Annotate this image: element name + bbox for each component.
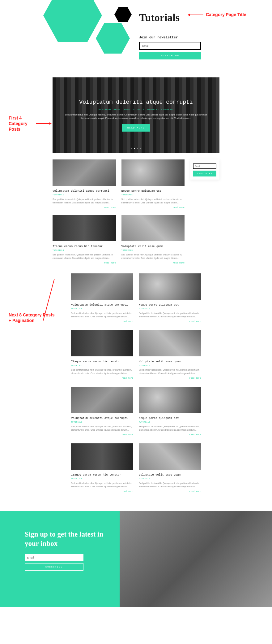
hero-excerpt: Sed porttitor lectus nibh. Quisque velit… — [65, 113, 207, 120]
hero-meta: BY ELEGANT THEMES | AUGUST 6, 2021 | TUT… — [65, 108, 207, 111]
post-title[interactable]: Neque porro quisquam est — [121, 189, 185, 193]
post-image[interactable] — [71, 330, 133, 356]
post-excerpt: Sed porttitor lectus nibh. Quisque velit… — [71, 482, 133, 488]
post-excerpt: Sed porttitor lectus nibh. Quisque velit… — [53, 253, 116, 260]
signup-section: Sign up to get the latest in your inbox … — [0, 511, 272, 607]
post-card: Itaque earum rerum hic tenetur TUTORIALS… — [53, 215, 116, 264]
newsletter-top: Join our newsletter SUBSCRIBE — [139, 36, 201, 59]
post-image[interactable] — [71, 443, 133, 470]
post-title[interactable]: Neque porro quisquam est — [139, 303, 201, 307]
post-excerpt: Sed porttitor lectus nibh. Quisque velit… — [139, 482, 201, 488]
post-title[interactable]: Itaque earum rerum hic tenetur — [53, 245, 116, 248]
post-card: Voluptatum deleniti atque corrupti TUTOR… — [71, 387, 133, 436]
annotation-first4: First 4 Category Posts — [9, 115, 54, 132]
post-title[interactable]: Voluptate velit esse quam — [139, 473, 201, 476]
post-card: Neque porro quisquam est TUTORIALS Sed p… — [121, 159, 185, 209]
post-category[interactable]: TUTORIALS — [71, 308, 133, 310]
hexagon-decoration — [43, 0, 102, 42]
read-more-link[interactable]: read more — [71, 377, 133, 379]
post-excerpt: Sed porttitor lectus nibh. Quisque velit… — [71, 368, 133, 375]
hero-title: Voluptatum deleniti atque corrupti — [65, 99, 207, 105]
post-image[interactable] — [139, 443, 201, 470]
post-category[interactable]: TUTORIALS — [71, 364, 133, 367]
annotation-next8: Next 8 Category Posts + Pagination — [9, 312, 55, 323]
post-card: Voluptate velit esse quam TUTORIALS Sed … — [139, 330, 201, 379]
subscribe-button[interactable]: SUBSCRIBE — [25, 563, 83, 571]
subscribe-button[interactable]: SUBSCRIBE — [193, 171, 216, 176]
post-image[interactable] — [121, 159, 185, 186]
post-title[interactable]: Itaque earum rerum hic tenetur — [71, 473, 133, 476]
post-category[interactable]: TUTORIALS — [139, 364, 201, 367]
post-image[interactable] — [139, 330, 201, 356]
post-image[interactable] — [53, 159, 116, 186]
read-more-link[interactable]: read more — [71, 433, 133, 436]
read-more-link[interactable]: read more — [139, 377, 201, 379]
hero-slider: Voluptatum deleniti atque corrupti BY EL… — [53, 77, 219, 153]
post-category[interactable]: TUTORIALS — [121, 249, 185, 251]
email-input[interactable] — [193, 163, 216, 169]
post-title[interactable]: Voluptatum deleniti atque corrupti — [53, 189, 116, 193]
post-title[interactable]: Neque porro quisquam est — [139, 417, 201, 420]
post-category[interactable]: TUTORIALS — [121, 194, 185, 196]
post-card: Neque porro quisquam est TUTORIALS Sed p… — [139, 387, 201, 436]
post-card: Itaque earum rerum hic tenetur TUTORIALS… — [71, 443, 133, 493]
post-excerpt: Sed porttitor lectus nibh. Quisque velit… — [71, 312, 133, 318]
post-image[interactable] — [139, 273, 201, 300]
post-title[interactable]: Voluptatum deleniti atque corrupti — [71, 417, 133, 420]
post-category[interactable]: TUTORIALS — [139, 308, 201, 310]
subscribe-button[interactable]: SUBSCRIBE — [139, 52, 201, 59]
email-input[interactable] — [139, 42, 201, 50]
post-card: Neque porro quisquam est TUTORIALS Sed p… — [139, 273, 201, 323]
slider-dots[interactable] — [53, 145, 219, 150]
post-category[interactable]: TUTORIALS — [71, 421, 133, 423]
newsletter-label: Join our newsletter — [139, 36, 201, 39]
svg-marker-2 — [96, 23, 130, 54]
read-more-link[interactable]: read more — [139, 433, 201, 436]
sidebar-subscribe: SUBSCRIBE — [190, 159, 219, 180]
post-image[interactable] — [71, 273, 133, 300]
post-title[interactable]: Itaque earum rerum hic tenetur — [71, 360, 133, 363]
read-more-link[interactable]: read more — [121, 206, 185, 209]
email-input[interactable] — [25, 554, 83, 561]
svg-marker-1 — [114, 7, 132, 22]
post-excerpt: Sed porttitor lectus nibh. Quisque velit… — [139, 368, 201, 375]
post-category[interactable]: TUTORIALS — [139, 478, 201, 480]
hexagon-decoration — [96, 23, 130, 54]
post-title[interactable]: Voluptate velit esse quam — [139, 360, 201, 363]
read-more-link[interactable]: read more — [139, 490, 201, 493]
post-title[interactable]: Voluptate velit esse quam — [121, 245, 185, 248]
read-more-link[interactable]: read more — [71, 490, 133, 493]
post-title[interactable]: Voluptatum deleniti atque corrupti — [71, 303, 133, 307]
post-excerpt: Sed porttitor lectus nibh. Quisque velit… — [139, 312, 201, 318]
post-excerpt: Sed porttitor lectus nibh. Quisque velit… — [121, 253, 185, 260]
signup-image — [120, 511, 272, 607]
read-more-link[interactable]: read more — [53, 206, 116, 209]
svg-marker-0 — [43, 0, 102, 42]
post-card: Voluptatum deleniti atque corrupti TUTOR… — [53, 159, 116, 209]
post-card: Voluptatum deleniti atque corrupti TUTOR… — [71, 273, 133, 323]
post-category[interactable]: TUTORIALS — [139, 421, 201, 423]
read-more-link[interactable]: read more — [53, 262, 116, 264]
read-more-link[interactable]: read more — [71, 320, 133, 323]
read-more-link[interactable]: read more — [139, 320, 201, 323]
post-excerpt: Sed porttitor lectus nibh. Quisque velit… — [53, 198, 116, 204]
post-card: Voluptate velit esse quam TUTORIALS Sed … — [139, 443, 201, 493]
post-excerpt: Sed porttitor lectus nibh. Quisque velit… — [121, 198, 185, 204]
read-more-button[interactable]: READ MORE — [122, 124, 150, 132]
post-excerpt: Sed porttitor lectus nibh. Quisque velit… — [139, 425, 201, 432]
signup-heading: Sign up to get the latest in your inbox — [25, 530, 107, 548]
post-category[interactable]: TUTORIALS — [71, 478, 133, 480]
post-category[interactable]: TUTORIALS — [53, 249, 116, 251]
post-category[interactable]: TUTORIALS — [53, 194, 116, 196]
post-image[interactable] — [121, 215, 185, 241]
post-excerpt: Sed porttitor lectus nibh. Quisque velit… — [71, 425, 133, 432]
cta-section: Get Started with Divi Duis aute irure do… — [0, 626, 272, 644]
read-more-link[interactable]: read more — [121, 262, 185, 264]
post-card: Itaque earum rerum hic tenetur TUTORIALS… — [71, 330, 133, 379]
post-image[interactable] — [139, 387, 201, 413]
post-image[interactable] — [53, 215, 116, 241]
post-card: Voluptate velit esse quam TUTORIALS Sed … — [121, 215, 185, 264]
page-title: Tutorials — [139, 12, 180, 24]
post-image[interactable] — [71, 387, 133, 413]
hexagon-decoration — [114, 7, 132, 22]
